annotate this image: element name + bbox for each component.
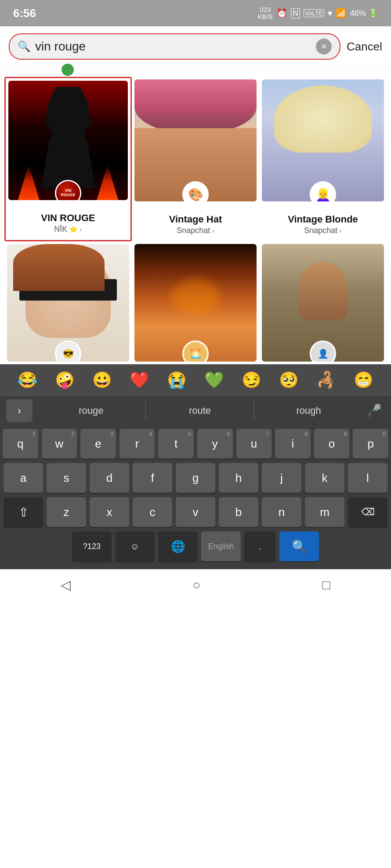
key-t[interactable]: 5t bbox=[158, 429, 194, 459]
vin-rouge-name: VIN ROUGE bbox=[41, 212, 95, 224]
emoji-laughing[interactable]: 😂 bbox=[18, 371, 37, 389]
key-o[interactable]: 9o bbox=[314, 429, 350, 459]
key-r[interactable]: 4r bbox=[119, 429, 155, 459]
sunset-thumbnail: 🌅 bbox=[134, 244, 257, 362]
result-item-vin-rouge[interactable]: VINROUGE VIN ROUGE NĪK ⭐ › bbox=[4, 77, 132, 241]
star-icon: ⭐ bbox=[69, 225, 78, 233]
delete-key[interactable]: ⌫ bbox=[348, 497, 387, 527]
delete-icon: ⌫ bbox=[361, 506, 375, 518]
emoji-icon: ☺ bbox=[130, 542, 139, 552]
key-x[interactable]: x bbox=[90, 497, 129, 527]
key-k[interactable]: k bbox=[305, 463, 344, 493]
suggestions-expand-button[interactable]: › bbox=[6, 399, 33, 422]
key-u[interactable]: 7u bbox=[236, 429, 272, 459]
navigation-bar: ◁ ○ □ bbox=[0, 569, 391, 600]
key-z[interactable]: z bbox=[47, 497, 86, 527]
emoji-green-heart[interactable]: 💚 bbox=[204, 371, 224, 389]
back-button[interactable]: ◁ bbox=[61, 577, 71, 592]
key-n[interactable]: n bbox=[262, 497, 301, 527]
symbols-label: ?123 bbox=[83, 542, 101, 551]
emoji-big-grin[interactable]: 😁 bbox=[354, 371, 373, 389]
vintage-hat-name: Vintage Hat bbox=[169, 214, 222, 225]
results-grid: VINROUGE VIN ROUGE NĪK ⭐ › 🎨 Vintage Hat… bbox=[0, 72, 391, 241]
search-bar: 🔍 vin rouge × Cancel bbox=[0, 26, 391, 67]
key-c[interactable]: c bbox=[133, 497, 172, 527]
emoji-key[interactable]: ☺ bbox=[115, 531, 155, 561]
result-item-sunglasses[interactable]: 😎 bbox=[4, 241, 132, 364]
active-indicator bbox=[62, 64, 74, 76]
key-s[interactable]: s bbox=[47, 463, 86, 493]
suggestion-rouge[interactable]: rouge bbox=[37, 401, 145, 421]
key-i[interactable]: 8i bbox=[275, 429, 311, 459]
result-item-back[interactable]: 👤 bbox=[259, 241, 387, 364]
search-query[interactable]: vin rouge bbox=[35, 39, 311, 54]
key-p[interactable]: 0p bbox=[353, 429, 388, 459]
results-row-2: 😎 🌅 👤 bbox=[0, 241, 391, 364]
back-thumbnail: 👤 bbox=[262, 244, 384, 362]
key-w[interactable]: 2w bbox=[42, 429, 77, 459]
search-input-container[interactable]: 🔍 vin rouge × bbox=[9, 33, 340, 60]
alarm-icon: ⏰ bbox=[276, 8, 287, 18]
result-item-sunset[interactable]: 🌅 bbox=[132, 241, 259, 364]
expand-icon: › bbox=[18, 405, 21, 417]
keyboard-area: 😂 🤪 😀 ❤️ 😭 💚 😏 🥺 🦂 😁 › rouge route rough… bbox=[0, 364, 391, 569]
shift-icon: ⇧ bbox=[18, 505, 29, 520]
sunglasses-thumbnail: 😎 bbox=[7, 244, 129, 362]
search-icon: 🔍 bbox=[18, 40, 31, 53]
key-m[interactable]: m bbox=[305, 497, 344, 527]
search-key[interactable]: 🔍 bbox=[279, 531, 319, 561]
battery-icon: 46% 🔋 bbox=[350, 8, 378, 18]
globe-icon: 🌐 bbox=[171, 540, 185, 553]
emoji-wink-tongue[interactable]: 🤪 bbox=[55, 371, 75, 389]
emoji-grin[interactable]: 😀 bbox=[92, 371, 112, 389]
vintage-blonde-thumbnail: 👱‍♀️ bbox=[262, 79, 384, 201]
key-y[interactable]: 6y bbox=[197, 429, 233, 459]
chevron-icon: › bbox=[339, 227, 341, 235]
period-label: . bbox=[259, 542, 261, 552]
vintage-blonde-name: Vintage Blonde bbox=[288, 214, 358, 225]
key-v[interactable]: v bbox=[176, 497, 215, 527]
result-item-vintage-blonde[interactable]: 👱‍♀️ Vintage Blonde Snapchat › bbox=[259, 77, 387, 241]
period-key[interactable]: . bbox=[244, 531, 276, 561]
suggestion-rough[interactable]: rough bbox=[254, 401, 363, 421]
result-item-vintage-hat[interactable]: 🎨 Vintage Hat Snapchat › bbox=[132, 77, 259, 241]
cancel-button[interactable]: Cancel bbox=[347, 40, 382, 54]
globe-key[interactable]: 🌐 bbox=[158, 531, 198, 561]
clear-button[interactable]: × bbox=[316, 39, 332, 54]
signal-icon: 📶 bbox=[336, 8, 347, 18]
emoji-crying[interactable]: 😭 bbox=[167, 371, 187, 389]
keyboard-main: 1q 2w 3e 4r 5t 6y 7u 8i 9o 0p a s d f g … bbox=[0, 425, 391, 569]
recents-button[interactable]: □ bbox=[322, 577, 330, 592]
key-a[interactable]: a bbox=[4, 463, 43, 493]
shift-key[interactable]: ⇧ bbox=[4, 497, 43, 527]
emoji-scorpion[interactable]: 🦂 bbox=[316, 371, 336, 389]
microphone-icon[interactable]: 🎤 bbox=[363, 403, 385, 418]
emoji-smirk[interactable]: 😏 bbox=[242, 371, 261, 389]
nfc-icon: N bbox=[291, 8, 300, 18]
wifi-icon: ▾ bbox=[328, 8, 332, 18]
key-b[interactable]: b bbox=[219, 497, 258, 527]
key-g[interactable]: g bbox=[176, 463, 215, 493]
vin-rouge-creator: NĪK ⭐ › bbox=[54, 225, 82, 234]
key-f[interactable]: f bbox=[133, 463, 172, 493]
status-icons: 023KB/S ⏰ N VoLTE ▾ 📶 46% 🔋 bbox=[258, 6, 378, 21]
suggestion-route[interactable]: route bbox=[145, 401, 254, 421]
emoji-pleading[interactable]: 🥺 bbox=[279, 371, 299, 389]
key-d[interactable]: d bbox=[90, 463, 129, 493]
key-l[interactable]: l bbox=[348, 463, 387, 493]
key-row-4: ?123 ☺ 🌐 English . 🔍 bbox=[3, 531, 388, 561]
key-q[interactable]: 1q bbox=[3, 429, 38, 459]
home-button[interactable]: ○ bbox=[192, 577, 200, 592]
vintage-blonde-creator: Snapchat › bbox=[304, 226, 341, 235]
data-rate-icon: 023KB/S bbox=[258, 6, 273, 21]
status-bar: 6:56 023KB/S ⏰ N VoLTE ▾ 📶 46% 🔋 bbox=[0, 0, 391, 26]
symbols-key[interactable]: ?123 bbox=[72, 531, 112, 561]
spacebar[interactable]: English bbox=[201, 531, 241, 561]
vintage-hat-thumbnail: 🎨 bbox=[134, 79, 257, 201]
emoji-heart[interactable]: ❤️ bbox=[130, 371, 149, 389]
key-j[interactable]: j bbox=[262, 463, 301, 493]
key-e[interactable]: 3e bbox=[80, 429, 116, 459]
key-h[interactable]: h bbox=[219, 463, 258, 493]
emoji-row: 😂 🤪 😀 ❤️ 😭 💚 😏 🥺 🦂 😁 bbox=[0, 364, 391, 395]
key-row-3: ⇧ z x c v b n m ⌫ bbox=[3, 497, 388, 527]
